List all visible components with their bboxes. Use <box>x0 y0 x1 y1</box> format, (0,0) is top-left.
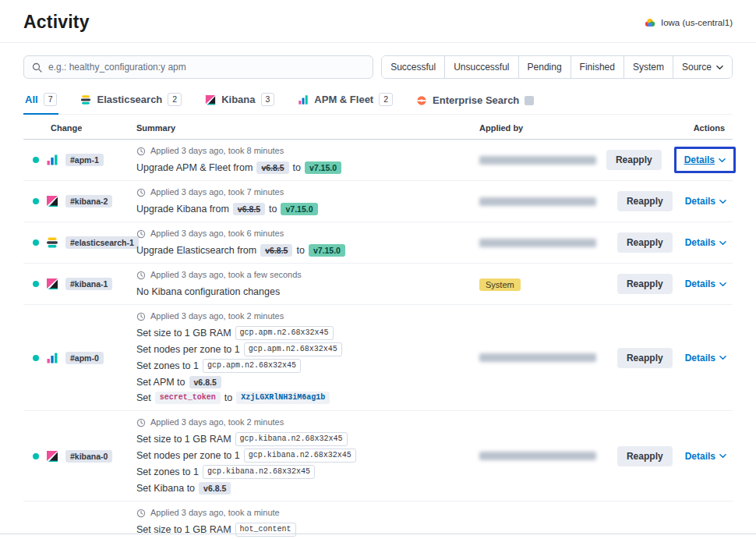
clock-icon <box>136 312 146 321</box>
details-button[interactable]: Details <box>685 451 726 462</box>
status-dot <box>33 281 39 287</box>
applied-time: Applied 3 days ago, took 2 minutes <box>136 311 459 321</box>
tab-apm-fleet[interactable]: APM & Fleet2 <box>296 88 394 115</box>
activity-table: Change Summary Applied by Actions #apm-1… <box>23 115 733 539</box>
reapply-button[interactable]: Reapply <box>617 348 673 368</box>
summary-line: Upgrade Kibana fromv6.8.5tov7.15.0 <box>136 202 459 215</box>
clock-icon <box>136 229 146 239</box>
change-cell: #apm-0 <box>23 352 129 364</box>
clock-icon <box>136 418 146 427</box>
summary-text: Set nodes per zone to 1 <box>136 450 240 461</box>
filter-finished[interactable]: Finished <box>571 56 624 78</box>
page-header: Activity Iowa (us-central1) <box>0 0 756 43</box>
code-badge: gcp.apm.n2.68x32x45 <box>235 326 334 340</box>
table-row: #kibana-2Applied 3 days ago, took 7 minu… <box>23 181 733 222</box>
filter-label: Unsuccessful <box>454 62 509 73</box>
table-row: #kibana-1Applied 3 days ago, took a few … <box>23 264 733 305</box>
reapply-button[interactable]: Reapply <box>617 191 673 211</box>
tab-elasticsearch[interactable]: Elasticsearch2 <box>79 88 183 115</box>
summary-text: Set size to 1 GB RAM <box>136 328 231 339</box>
details-button[interactable]: Details <box>685 278 726 289</box>
filter-dropdown-source[interactable]: Source <box>673 56 732 78</box>
actions-cell: ReapplyDetails <box>616 348 733 368</box>
actions-cell: ReapplyDetails <box>616 446 733 466</box>
details-wrap: Details <box>685 451 726 462</box>
applied-time: Applied 3 days ago, took 6 minutes <box>136 229 459 239</box>
tab-count-placeholder <box>525 96 534 105</box>
summary-line: Set APM tov6.8.5 <box>136 375 459 388</box>
elasticsearch-icon <box>80 94 91 105</box>
search-input[interactable] <box>48 62 365 73</box>
applied-time-text: Applied 3 days ago, took 2 minutes <box>150 417 284 427</box>
reapply-button[interactable]: Reapply <box>617 232 673 253</box>
details-wrap: Details <box>685 237 726 248</box>
tab-label: Elasticsearch <box>97 94 162 105</box>
code-value-badge: XzjLGXRlNH3iM6ag1b <box>236 392 330 404</box>
tab-count-badge: 3 <box>261 93 275 106</box>
table-row: #apm-1Applied 3 days ago, took 8 minutes… <box>23 140 733 181</box>
table-header: Change Summary Applied by Actions <box>23 115 733 140</box>
column-header-actions: Actions <box>616 123 733 133</box>
reapply-button[interactable]: Reapply <box>617 274 673 294</box>
filter-system[interactable]: System <box>624 56 673 78</box>
applied-time: Applied 3 days ago, took 8 minutes <box>136 146 459 156</box>
applied-time: Applied 3 days ago, took a few seconds <box>136 270 459 280</box>
google-cloud-logo-icon <box>644 16 656 29</box>
change-cell: #kibana-2 <box>23 195 129 207</box>
filter-successful[interactable]: Successful <box>382 56 444 78</box>
search-icon <box>32 62 42 73</box>
summary-line: Upgrade Elasticsearch fromv6.8.5tov7.15.… <box>136 243 459 257</box>
summary-line: Set size to 1 GB RAMgcp.kibana.n2.68x32x… <box>136 432 459 446</box>
filter-group: SuccessfulUnsuccessfulPendingFinishedSys… <box>381 55 733 79</box>
version-old-badge: v6.8.5 <box>233 203 265 215</box>
summary-line: Upgrade APM & Fleet fromv6.8.5tov7.15.0 <box>136 161 459 174</box>
summary-cell: Applied 3 days ago, took 2 minutesSet si… <box>129 311 472 404</box>
summary-text: Set <box>136 392 151 403</box>
details-label: Details <box>685 278 715 289</box>
filter-unsuccessful[interactable]: Unsuccessful <box>444 56 518 78</box>
change-cell: #kibana-1 <box>23 278 129 290</box>
filter-pending[interactable]: Pending <box>518 56 571 78</box>
summary-text: Set Kibana to <box>136 483 195 494</box>
summary-line: Set zones to 1gcp.apm.n2.68x32x45 <box>136 359 459 373</box>
apm-icon <box>298 94 309 105</box>
summary-text: Upgrade Elasticsearch from <box>136 245 256 256</box>
change-cell: #apm-1 <box>23 154 129 166</box>
tab-enterprise-search[interactable]: Enterprise Search <box>415 90 535 115</box>
applied-time: Applied 3 days ago, took a minute <box>136 508 459 518</box>
table-row: #elasticsearch-1Applied 3 days ago, took… <box>23 222 733 264</box>
summary-text: to <box>224 392 232 403</box>
status-dot <box>33 239 39 246</box>
reapply-button[interactable]: Reapply <box>617 446 673 466</box>
summary-text: No Kibana configuration changes <box>136 286 280 297</box>
chevron-down-icon <box>719 198 726 205</box>
actions-cell: ReapplyDetails <box>616 150 733 170</box>
change-id-badge: #elasticsearch-1 <box>65 236 139 249</box>
column-header-applied-by: Applied by <box>472 123 616 133</box>
tab-all[interactable]: All7 <box>23 88 58 115</box>
tab-label: Enterprise Search <box>433 94 519 106</box>
reapply-button[interactable]: Reapply <box>606 150 662 170</box>
details-label: Details <box>685 451 715 462</box>
details-button[interactable]: Details <box>685 237 726 248</box>
summary-text: Set zones to 1 <box>136 466 199 477</box>
details-button[interactable]: Details <box>685 353 726 363</box>
apm-icon <box>46 352 58 364</box>
clock-icon <box>136 188 146 197</box>
summary-line: Set zones to 1gcp.kibana.n2.68x32x45 <box>136 465 459 479</box>
change-id-badge: #apm-0 <box>65 352 104 364</box>
tab-label: All <box>25 94 38 105</box>
bottom-divider <box>0 534 756 534</box>
details-button[interactable]: Details <box>685 196 726 207</box>
summary-cell: Applied 3 days ago, took 7 minutesUpgrad… <box>129 187 472 215</box>
tab-kibana[interactable]: Kibana3 <box>203 88 276 115</box>
change-id-badge: #apm-1 <box>65 154 104 166</box>
applied-by-cell: System <box>472 277 616 291</box>
toolbar: SuccessfulUnsuccessfulPendingFinishedSys… <box>23 55 733 79</box>
summary-text: Upgrade Kibana from <box>136 204 229 215</box>
summary-cell: Applied 3 days ago, took a few secondsNo… <box>129 270 472 298</box>
details-wrap: Details <box>685 278 726 289</box>
summary-line: Setsecret_tokentoXzjLGXRlNH3iM6ag1b <box>136 391 459 404</box>
version-badge: v6.8.5 <box>199 482 231 495</box>
details-button[interactable]: Details <box>684 154 726 165</box>
